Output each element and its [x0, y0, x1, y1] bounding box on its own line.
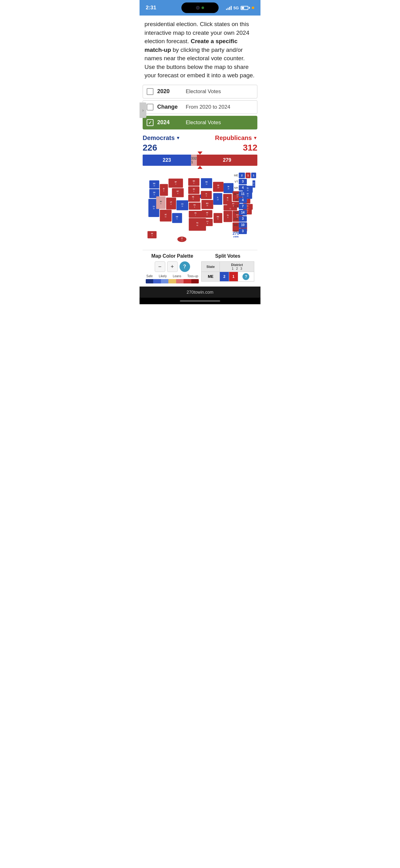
district-2-cell[interactable]: 1	[229, 272, 238, 282]
svg-text:11: 11	[165, 216, 167, 217]
toggle-2020[interactable]: 2020 Electoral Votes	[143, 85, 257, 98]
split-votes-title: Split Votes	[201, 253, 254, 259]
checkbox-2020[interactable]	[147, 88, 154, 95]
idaho-state[interactable]: ID 4	[160, 184, 168, 196]
svg-text:TX: TX	[196, 222, 198, 224]
arkansas-state[interactable]: AR 6	[202, 210, 212, 218]
safe-label: Safe	[146, 274, 153, 278]
new-mexico-state[interactable]: NM 5	[172, 213, 182, 223]
svg-rect-66	[202, 200, 213, 209]
progress-bar: 223 332 1 279	[143, 155, 257, 166]
home-bar	[180, 300, 220, 302]
svg-rect-25	[168, 179, 183, 187]
svg-text:4: 4	[175, 183, 176, 185]
ct-state-box[interactable]: CT 7	[231, 204, 256, 209]
me-state-box[interactable]: ME 2 1 1	[231, 173, 256, 178]
svg-text:ID: ID	[163, 188, 165, 190]
svg-text:WY: WY	[176, 191, 179, 192]
louisiana-state[interactable]: LA 8	[202, 219, 213, 226]
svg-text:6: 6	[218, 218, 219, 220]
missouri-state[interactable]: MO 10	[202, 200, 213, 209]
progress-rep: 279	[197, 155, 257, 166]
oklahoma-state[interactable]: OK 7	[189, 211, 202, 218]
north-dakota-state[interactable]: ND 3	[188, 178, 199, 186]
map-palette-title: Map Color Palette	[146, 253, 199, 259]
checkbox-change[interactable]	[147, 104, 154, 111]
orange-indicator	[252, 6, 254, 9]
ma-state-box[interactable]: MA 11	[231, 191, 256, 197]
leans-label: Leans	[173, 274, 181, 278]
svg-text:7: 7	[195, 215, 196, 216]
rep-electoral-count: 312	[243, 143, 257, 153]
nj-state-box[interactable]: NJ 14	[231, 210, 256, 215]
help-icon[interactable]: ?	[242, 273, 249, 280]
us-map-container: AK 3 HI 4 WA 12 O	[143, 166, 257, 250]
dc-state-box[interactable]: DC 3	[231, 228, 256, 234]
md-state-box[interactable]: MD 10	[231, 222, 256, 228]
minus-button[interactable]: −	[155, 261, 165, 272]
wisconsin-state[interactable]: WI 10	[213, 182, 224, 192]
hawaii-state[interactable]: HI 4	[177, 237, 186, 242]
colorado-state[interactable]: CO 10	[176, 200, 188, 210]
palette-help-button[interactable]: ?	[179, 261, 190, 272]
palette-controls: − + ?	[146, 261, 199, 272]
status-icons: 5G	[226, 6, 254, 10]
svg-rect-51	[189, 203, 201, 210]
svg-rect-19	[156, 196, 166, 209]
svg-rect-34	[172, 213, 182, 223]
svg-text:3: 3	[177, 193, 178, 194]
sidebar-arrow[interactable]: ›	[139, 102, 146, 118]
montana-state[interactable]: MT 4	[168, 179, 183, 187]
palette-labels: Safe Likely Leans Toss-up	[146, 274, 199, 278]
toggle-2024-label: 2024	[157, 119, 182, 126]
svg-text:WA: WA	[153, 183, 156, 184]
vt-state-box[interactable]: VT 3	[231, 179, 256, 184]
svg-text:AL: AL	[227, 215, 229, 216]
district-3-cell[interactable]: ?	[238, 272, 254, 282]
ri-state-box[interactable]: RI 4	[231, 197, 256, 203]
progress-toss: 332 1	[191, 155, 197, 166]
wyoming-state[interactable]: WY 3	[172, 188, 184, 197]
dems-dropdown-icon[interactable]: ▼	[176, 135, 180, 140]
svg-text:6: 6	[194, 206, 195, 208]
split-votes-row-me[interactable]: ME 2 1 ?	[202, 272, 254, 282]
electoral-section: Democrats ▼ Republicans ▼ 226 312 223 33…	[139, 131, 261, 286]
kansas-state[interactable]: KS 6	[189, 203, 201, 210]
svg-text:15: 15	[228, 188, 229, 190]
svg-text:ND: ND	[193, 180, 195, 182]
toggle-2024[interactable]: 2024 Electoral Votes	[143, 116, 257, 129]
main-content: › presidential election. Click states on…	[139, 16, 261, 286]
battery-icon	[241, 6, 250, 10]
illinois-state[interactable]: IL 19	[213, 193, 222, 205]
alaska-state[interactable]: AK 3	[147, 231, 157, 238]
arizona-state[interactable]: AZ 11	[160, 210, 171, 221]
nevada-state[interactable]: NV 6	[156, 196, 166, 209]
minnesota-state[interactable]: MN 10	[201, 178, 212, 188]
district-1-cell[interactable]: 2	[220, 272, 229, 282]
iowa-state[interactable]: IA 6	[201, 191, 212, 199]
south-dakota-state[interactable]: SD 3	[188, 186, 199, 194]
toggle-2020-label: 2020	[157, 88, 182, 95]
checkbox-2024[interactable]	[147, 119, 154, 126]
reps-dropdown-icon[interactable]: ▼	[253, 135, 257, 140]
svg-text:LA: LA	[206, 221, 209, 222]
washington-state[interactable]: WA 12	[149, 180, 159, 188]
svg-text:MI: MI	[228, 186, 229, 187]
nh-state-box[interactable]: NH 4	[231, 185, 256, 191]
alabama-state[interactable]: AL 9	[224, 211, 232, 222]
svg-text:10: 10	[206, 183, 207, 185]
svg-rect-90	[224, 211, 232, 222]
toggle-change[interactable]: Change From 2020 to 2024	[143, 100, 257, 114]
utah-state[interactable]: UT 6	[166, 197, 176, 209]
svg-rect-37	[176, 200, 188, 210]
camera-dot	[202, 6, 204, 9]
plus-button[interactable]: +	[167, 261, 178, 272]
toggle-2020-sub: Electoral Votes	[186, 89, 221, 95]
de-state-box[interactable]: DE 3	[231, 216, 256, 222]
svg-text:MO: MO	[206, 203, 209, 204]
footer-text: 270towin.com	[187, 290, 213, 294]
mississippi-state[interactable]: MS 6	[214, 213, 222, 223]
map-palette: Map Color Palette − + ? Safe Likely Lean…	[146, 253, 199, 283]
tossup-color	[168, 279, 176, 283]
svg-text:OR: OR	[153, 192, 156, 193]
